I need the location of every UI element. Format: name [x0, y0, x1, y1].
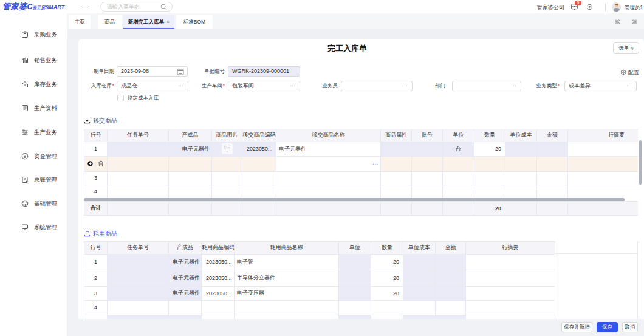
svg-text:?: ? — [589, 5, 591, 9]
